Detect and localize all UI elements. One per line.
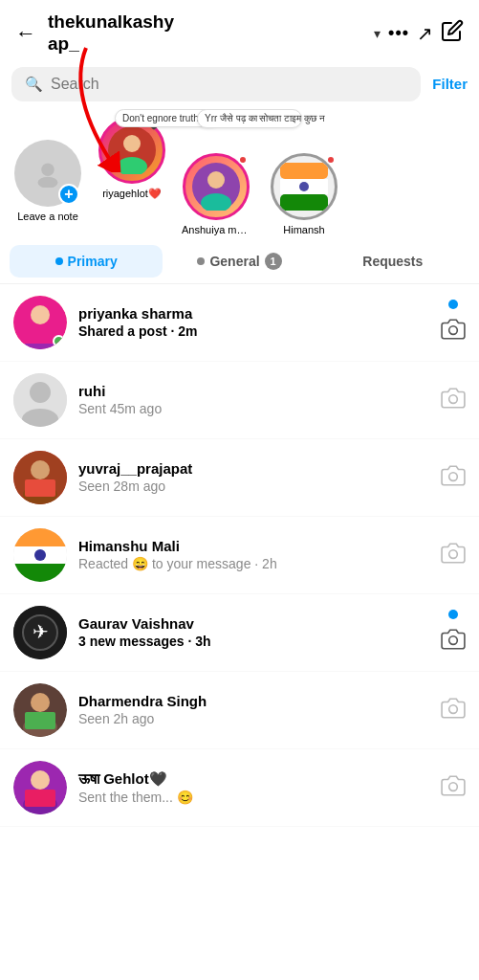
msg-sub-yuvraj: Seen 28m ago [78, 479, 429, 494]
tab-general-label: General [209, 254, 259, 269]
primary-tab-dot [55, 257, 63, 265]
msg-content-dharmendra: Dharmendra Singh Seen 2h ago [78, 693, 429, 726]
message-item-gaurav[interactable]: ✈ Gaurav Vaishnav 3 new messages · 3h [0, 594, 479, 672]
chevron-down-icon[interactable]: ▾ [374, 26, 381, 41]
avatar-himanshu [13, 528, 67, 582]
msg-right-usha [441, 773, 466, 802]
avatar-gaurav: ✈ [13, 606, 67, 659]
msg-name-himanshu: Himanshu Mali [78, 538, 429, 554]
search-input[interactable] [51, 76, 407, 93]
story-label-riyagehlot: riyagehlot❤️ [102, 188, 162, 200]
message-item-ruhi[interactable]: ruhi Sent 45m ago [0, 362, 479, 439]
msg-sub-usha: Sent the them... 😊 [78, 790, 429, 805]
tab-requests-label: Requests [362, 254, 423, 269]
msg-right-himanshu [441, 541, 466, 569]
anshuiya-avatar: Don't egnore truths for temporary hap... [183, 153, 250, 220]
msg-name-yuvraj: yuvraj__prajapat [78, 460, 429, 477]
svg-rect-11 [280, 194, 328, 211]
msg-name-priyanka: priyanka sharma [78, 305, 429, 322]
msg-name-ruhi: ruhi [78, 383, 429, 399]
msg-right-ruhi [441, 386, 466, 414]
tab-primary-label: Primary [68, 254, 118, 269]
msg-content-yuvraj: yuvraj__prajapat Seen 28m ago [78, 460, 429, 494]
svg-point-24 [31, 460, 50, 479]
avatar-priyanka [13, 296, 67, 349]
unread-dot-priyanka [448, 300, 458, 309]
header-title-wrap: thekunalkashyap_ [48, 11, 366, 56]
svg-point-42 [449, 704, 458, 713]
more-options-button[interactable]: ••• [388, 23, 409, 43]
camera-icon-ruhi[interactable] [441, 386, 466, 414]
msg-sub-himanshu: Reacted 😄 to your message · 2h [78, 556, 429, 571]
svg-text:✈: ✈ [33, 621, 49, 642]
tab-requests[interactable]: Requests [316, 245, 469, 278]
general-tab-badge: 1 [265, 253, 282, 270]
msg-right-gaurav [441, 610, 466, 656]
msg-right-dharmendra [441, 696, 466, 724]
svg-point-27 [449, 472, 458, 480]
online-dot-priyanka [53, 335, 65, 347]
camera-icon-gaurav[interactable] [441, 627, 466, 656]
svg-point-22 [449, 394, 458, 403]
message-item-yuvraj[interactable]: yuvraj__prajapat Seen 28m ago [0, 439, 479, 517]
message-list: priyanka sharma Shared a post · 2m ruhi … [0, 284, 479, 827]
tab-primary[interactable]: Primary [10, 245, 163, 278]
svg-point-47 [449, 782, 458, 791]
message-item-himanshu[interactable]: Himanshu Mali Reacted 😄 to your message … [0, 517, 479, 594]
msg-sub-priyanka: Shared a post · 2m [78, 323, 429, 339]
message-item-dharmendra[interactable]: Dharmendra Singh Seen 2h ago [0, 672, 479, 749]
msg-name-gaurav: Gaurav Vaishnav [78, 615, 429, 632]
svg-point-6 [207, 171, 225, 189]
camera-icon-priyanka[interactable] [441, 317, 466, 345]
msg-content-ruhi: ruhi Sent 45m ago [78, 383, 429, 416]
svg-point-0 [41, 163, 54, 176]
msg-content-himanshu: Himanshu Mali Reacted 😄 to your message … [78, 538, 429, 571]
story-label-himansh: Himansh [283, 224, 324, 235]
himansh-avatar: Yrr जैसे पढ़ का सोचता टाइम कुछ न [271, 153, 337, 220]
add-icon: + [58, 184, 79, 205]
filter-button[interactable]: Filter [432, 76, 468, 92]
svg-rect-9 [280, 163, 328, 179]
camera-icon-himanshu[interactable] [441, 541, 466, 569]
story-item-himansh[interactable]: Yrr जैसे पढ़ का सोचता टाइम कुछ न Himansh [266, 117, 342, 235]
message-item-priyanka[interactable]: priyanka sharma Shared a post · 2m [0, 284, 479, 362]
svg-rect-26 [25, 479, 55, 497]
avatar-usha [13, 761, 67, 814]
back-button[interactable]: ← [15, 21, 36, 46]
himansh-unread-badge [326, 155, 336, 165]
msg-right-priyanka [441, 300, 466, 345]
svg-rect-29 [13, 528, 67, 546]
svg-point-12 [299, 182, 309, 191]
message-item-usha[interactable]: ऊषा Gehlot🖤 Sent the them... 😊 [0, 749, 479, 827]
svg-point-39 [31, 693, 50, 712]
tab-general[interactable]: General 1 [163, 245, 316, 278]
story-label-anshuiya: Anshuiya mehra [182, 224, 250, 235]
svg-point-20 [30, 382, 51, 403]
avatar-dharmendra [13, 683, 67, 737]
trending-icon[interactable]: ↗ [417, 22, 433, 45]
camera-icon-usha[interactable] [441, 773, 466, 802]
story-item-anshuiya[interactable]: Don't egnore truths for temporary hap...… [178, 117, 254, 235]
edit-icon[interactable] [441, 19, 464, 47]
camera-icon-dharmendra[interactable] [441, 696, 466, 724]
svg-point-32 [34, 549, 46, 561]
story-item-leave-note[interactable]: + Leave a note [10, 117, 86, 235]
story-label-leave-note: Leave a note [17, 211, 78, 222]
svg-point-44 [31, 770, 50, 790]
msg-right-yuvraj [441, 463, 466, 492]
svg-point-15 [31, 305, 50, 324]
msg-content-priyanka: priyanka sharma Shared a post · 2m [78, 305, 429, 339]
search-bar: 🔍 [11, 67, 421, 101]
tabs: Primary General 1 Requests [0, 239, 479, 284]
msg-sub-ruhi: Sent 45m ago [78, 401, 429, 416]
camera-icon-yuvraj[interactable] [441, 463, 466, 492]
avatar-ruhi [13, 373, 67, 427]
svg-point-18 [449, 325, 458, 334]
svg-rect-41 [25, 712, 55, 729]
svg-point-1 [38, 176, 58, 187]
page-title: thekunalkashyap_ [48, 11, 366, 56]
svg-rect-31 [13, 564, 67, 582]
himansh-note-bubble: Yrr जैसे पढ़ का सोचता टाइम कुछ न [197, 109, 302, 128]
story-item-riyagehlot[interactable]: 🖤 riyagehlot❤️ [98, 117, 166, 235]
leave-note-avatar: + [14, 140, 81, 207]
